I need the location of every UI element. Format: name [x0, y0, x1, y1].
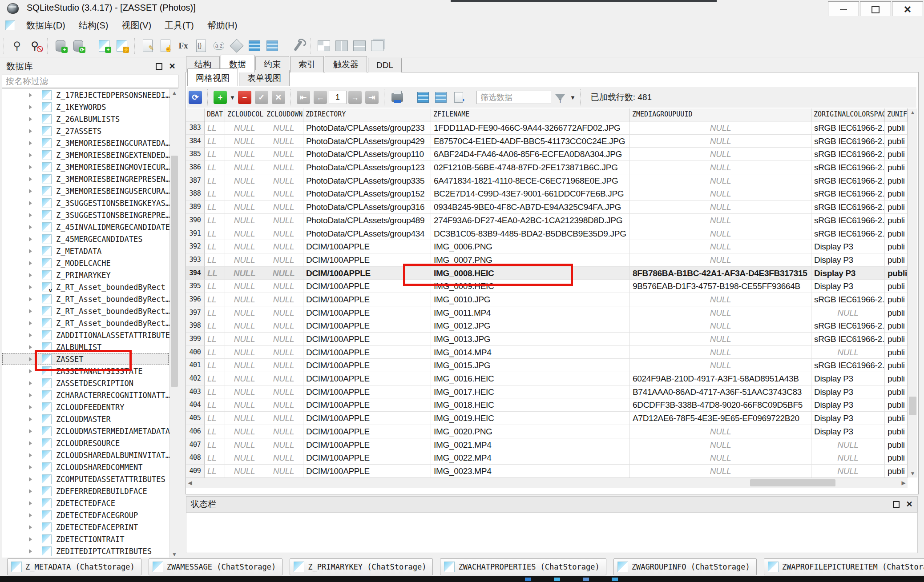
cell--386[interactable]: 386 — [186, 161, 205, 174]
cell-zcloudcol-403[interactable]: NULL — [225, 385, 264, 399]
sidebar-item-ZADDITIONALASSETATTRIBUTES[interactable]: ZADDITIONALASSETATTRIBUTES — [2, 329, 169, 341]
cell-zmediagroupuuid-385[interactable]: NULL — [630, 148, 811, 161]
cell-zoriginalcolorspac-401[interactable]: sRGB IEC61966-2.1 — [811, 359, 885, 372]
cell-zunif-404[interactable]: publi — [885, 398, 908, 412]
cell--384[interactable]: 384 — [186, 135, 205, 148]
cell-dbat-402[interactable]: LL — [205, 372, 225, 385]
chevron-right-icon[interactable] — [29, 525, 32, 530]
cell-zcloudcol-398[interactable]: NULL — [225, 319, 264, 333]
sidebar-item-ZDETECTEDFACEPRINT[interactable]: ZDETECTEDFACEPRINT — [2, 521, 169, 533]
cell--395[interactable]: 395 — [186, 280, 205, 293]
cell-dbat-393[interactable]: LL — [205, 253, 225, 267]
cell-zoriginalcolorspac-406[interactable]: Display P3 — [811, 425, 885, 438]
subtab-网格视图[interactable]: 网格视图 — [187, 68, 238, 86]
table-row-386[interactable]: 386LLNULLNULLPhotoData/CPLAssets/group12… — [186, 161, 916, 174]
cell--394[interactable]: 394 — [186, 267, 205, 280]
cell-zcloudcol-394[interactable]: NULL — [225, 267, 264, 280]
cell-zoriginalcolorspac-405[interactable]: Display P3 — [811, 412, 885, 425]
cell-zfilename-397[interactable]: IMG_0011.MP4 — [431, 306, 630, 320]
cell-zcloudown-386[interactable]: NULL — [264, 161, 303, 174]
cell-zmediagroupuuid-392[interactable]: NULL — [630, 240, 811, 253]
cell-zcloudcol-399[interactable]: NULL — [225, 333, 264, 346]
mdi-tile-columns-icon[interactable] — [334, 38, 349, 53]
cell-zoriginalcolorspac-403[interactable]: Display P3 — [811, 385, 885, 399]
cell-zfilename-393[interactable]: IMG_0007.PNG — [431, 253, 630, 267]
table-row-385[interactable]: 385LLNULLNULLPhotoData/CPLAssets/group11… — [186, 148, 916, 161]
cell-dbat-387[interactable]: LL — [205, 174, 225, 188]
extensions-icon[interactable] — [229, 38, 244, 53]
disconnect-database-icon[interactable]: ⚲⃠ — [27, 38, 42, 53]
tab-DDL[interactable]: DDL — [368, 58, 402, 72]
sidebar-item-ZCLOUDMASTER[interactable]: ZCLOUDMASTER — [2, 413, 169, 425]
cell-zunif-399[interactable]: publi — [885, 333, 908, 346]
column-header-ZFILENAME[interactable]: ZFILENAME — [431, 108, 630, 121]
column-header-rownum[interactable] — [186, 108, 205, 121]
chevron-right-icon[interactable] — [29, 117, 32, 121]
table-row-405[interactable]: 405LLNULLNULLDCIM/100APPLEIMG_0019.HEICA… — [186, 412, 916, 425]
cell--405[interactable]: 405 — [186, 412, 205, 425]
cell-zunif-408[interactable]: publi — [885, 451, 908, 465]
filter-funnel-icon[interactable] — [553, 90, 568, 105]
cell-dbat-390[interactable]: LL — [205, 214, 225, 227]
table-row-395[interactable]: 395LLNULLNULLDCIM/100APPLEIMG_0009.HEIC9… — [186, 280, 916, 293]
cell-dbat-384[interactable]: LL — [205, 135, 225, 148]
cell-dbat-404[interactable]: LL — [205, 398, 225, 412]
cell-dbat-400[interactable]: LL — [205, 346, 225, 359]
sidebar-item-ZCLOUDRESOURCE[interactable]: ZCLOUDRESOURCE — [2, 437, 169, 449]
cell-dbat-396[interactable]: LL — [205, 293, 225, 306]
cell-zmediagroupuuid-407[interactable]: NULL — [630, 438, 811, 452]
cell-zdirectory-387[interactable]: PhotoData/CPLAssets/group335 — [303, 174, 431, 188]
taskbar-window-ZWAGROUPINFO[interactable]: ZWAGROUPINFO (ChatStorage) — [613, 558, 757, 575]
cell-zunif-388[interactable]: publi — [885, 187, 908, 201]
cell-zfilename-392[interactable]: IMG_0006.PNG — [431, 240, 630, 253]
cell-zcloudcol-393[interactable]: NULL — [225, 253, 264, 267]
cell-zfilename-386[interactable]: 02F1210B-56BE-4748-87FD-2FE173871B6C.JPG — [431, 161, 630, 174]
chevron-right-icon[interactable] — [29, 309, 32, 313]
cell-zmediagroupuuid-391[interactable]: NULL — [630, 227, 811, 241]
cell-zcloudown-396[interactable]: NULL — [264, 293, 303, 306]
cell-zoriginalcolorspac-389[interactable]: sRGB IEC61966-2.1 — [811, 201, 885, 214]
cell-zcloudcol-383[interactable]: NULL — [225, 121, 264, 135]
table-row-400[interactable]: 400LLNULLNULLDCIM/100APPLEIMG_0014.MP4NU… — [186, 346, 916, 359]
cell-zdirectory-409[interactable]: DCIM/100APPLE — [303, 465, 431, 478]
taskbar-window-Z_PRIMARYKEY[interactable]: Z_PRIMARYKEY (ChatStorage) — [290, 558, 433, 575]
menu-item-2[interactable]: 结构(S) — [72, 17, 115, 34]
cell-zcloudcol-395[interactable]: NULL — [225, 280, 264, 293]
cell-zoriginalcolorspac-400[interactable]: NULL — [811, 346, 885, 359]
cell-zcloudcol-407[interactable]: NULL — [225, 438, 264, 452]
grid-horizontal-scrollbar[interactable]: ◀ ▶ — [186, 478, 908, 488]
cell-zoriginalcolorspac-396[interactable]: sRGB IEC61966-2.1 — [811, 293, 885, 306]
cell-zunif-389[interactable]: publi — [885, 201, 908, 214]
table-row-389[interactable]: 389LLNULLNULLPhotoData/CPLAssets/group31… — [186, 201, 916, 214]
cell--400[interactable]: 400 — [186, 346, 205, 359]
cell-zfilename-405[interactable]: IMG_0019.HEIC — [431, 412, 630, 425]
sidebar-filter-input[interactable] — [2, 75, 178, 88]
chevron-right-icon[interactable] — [29, 129, 32, 133]
mdi-cascade-icon[interactable] — [370, 38, 385, 53]
cell-dbat-398[interactable]: LL — [205, 319, 225, 333]
mdi-tile-rows-icon[interactable] — [352, 38, 367, 53]
cell-zcloudown-391[interactable]: NULL — [264, 227, 303, 241]
panel-float-button[interactable] — [891, 499, 901, 510]
chevron-right-icon[interactable] — [29, 273, 32, 277]
cell-zfilename-409[interactable]: IMG_0023.MP4 — [431, 465, 630, 478]
cell-zcloudcol-400[interactable]: NULL — [225, 346, 264, 359]
add-row-icon[interactable]: + — [214, 91, 227, 104]
cell-zcloudown-395[interactable]: NULL — [264, 280, 303, 293]
sidebar-item-Z_RT_Asset_boundedByRect[interactable]: Z_RT_Asset_boundedByRect… — [2, 305, 169, 317]
cell-zmediagroupuuid-395[interactable]: 9B576EAB-D1F3-4757-B198-CE55FF93664B — [630, 280, 811, 293]
cell-zoriginalcolorspac-385[interactable]: sRGB IEC61966-2.1 — [811, 148, 885, 161]
cell-zdirectory-401[interactable]: DCIM/100APPLE — [303, 359, 431, 372]
cell-zmediagroupuuid-398[interactable]: NULL — [630, 319, 811, 333]
tree-scrollbar-thumb[interactable] — [171, 156, 178, 387]
last-page-icon[interactable]: ⇥ — [365, 91, 379, 104]
cell-zunif-394[interactable]: publi — [885, 267, 908, 280]
cell-zmediagroupuuid-386[interactable]: NULL — [630, 161, 811, 174]
cell-zoriginalcolorspac-408[interactable]: NULL — [811, 451, 885, 465]
sql-functions-icon[interactable]: Fx — [176, 38, 191, 53]
chevron-right-icon[interactable] — [29, 105, 32, 109]
cell-zcloudcol-386[interactable]: NULL — [225, 161, 264, 174]
cell-zunif-393[interactable]: publi — [885, 253, 908, 267]
new-table-quick-icon[interactable]: ⚡ — [114, 38, 129, 53]
cell--403[interactable]: 403 — [186, 385, 205, 399]
